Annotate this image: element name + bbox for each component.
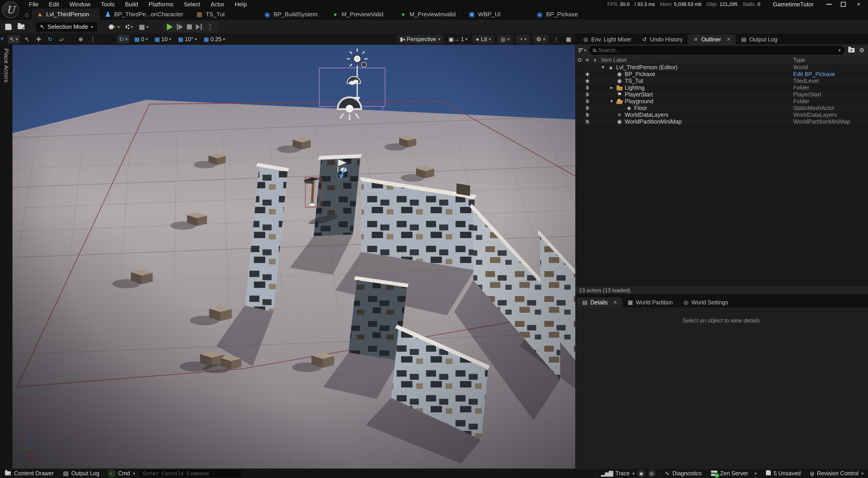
menu-item[interactable]: Build	[121, 0, 142, 9]
table-row[interactable]: Lvl_ThirdPerson (Editor) World	[576, 64, 868, 71]
unreal-logo-icon[interactable]: U	[2, 1, 19, 18]
table-row[interactable]: BP_Pickaxe Edit BP_Pickaxe	[576, 71, 868, 77]
type-column-header[interactable]: Type	[793, 57, 868, 63]
rotate-tool[interactable]: ↻	[46, 35, 54, 43]
home-icon[interactable]: ⌂	[22, 9, 32, 20]
trace-pause-icon[interactable]: ◉	[638, 470, 645, 477]
cmd-selector[interactable]: >_ Cmd▾	[104, 469, 140, 478]
details-tab[interactable]: World Settings ✕	[678, 297, 733, 307]
zen-server-button[interactable]: ✓ Zen Server▾	[706, 469, 761, 478]
menu-item[interactable]: Help	[231, 0, 250, 9]
asset-tab[interactable]: M_PreviewInvalid	[395, 9, 464, 20]
add-folder-button[interactable]	[847, 48, 856, 53]
menu-item[interactable]: Platforms	[145, 0, 177, 9]
blueprints-button[interactable]: ⑆▾	[124, 23, 135, 31]
search-options-chevron-icon[interactable]: ▾	[839, 47, 841, 53]
panel-tab[interactable]: Undo History ✕	[636, 34, 688, 44]
show-flags-button[interactable]: ◎▾	[497, 35, 513, 44]
menu-item[interactable]: Actor	[207, 0, 228, 9]
menu-item[interactable]: Select	[180, 0, 204, 9]
snap-rotate-toggle[interactable]: ↻▾	[117, 35, 129, 43]
close-button[interactable]: ×	[855, 1, 862, 8]
asset-tab[interactable]: BP_BuildSystem	[259, 9, 327, 20]
menu-item[interactable]: Window	[66, 0, 94, 9]
world-coordinate-toggle[interactable]: ⊕	[76, 35, 85, 43]
add-actor-button[interactable]: ⬣+▾	[107, 23, 121, 31]
close-tab-icon[interactable]: ✕	[613, 300, 617, 305]
stop-button[interactable]	[187, 25, 192, 29]
snap-control[interactable]: ▦ 10 ▾	[153, 35, 173, 43]
minimize-button[interactable]	[826, 4, 833, 5]
unsaved-button[interactable]: 5 Unsaved	[761, 469, 805, 478]
panel-tab[interactable]: Env. Light Mixer ✕	[578, 34, 636, 44]
panel-tab[interactable]: Output Log ✕	[736, 34, 782, 44]
expander-icon[interactable]	[609, 84, 614, 91]
expander-icon[interactable]	[600, 64, 606, 70]
place-actors-tab[interactable]: Place Actors	[0, 45, 12, 469]
play-options-kebab-icon[interactable]: ⋮	[206, 23, 215, 31]
play-button[interactable]	[167, 24, 173, 30]
cinematics-button[interactable]: ▦▾	[137, 23, 150, 31]
trace-snapshot-icon[interactable]: ◎	[648, 470, 655, 477]
move-tool[interactable]: ✛	[34, 35, 43, 43]
filter-button[interactable]: ▾	[579, 47, 586, 53]
table-row[interactable]: Floor StaticMeshActor	[576, 105, 868, 111]
asset-tab[interactable]: BP_Pickaxe	[532, 9, 599, 20]
skip-button[interactable]	[177, 24, 183, 30]
asset-tab[interactable]: TS_Tut	[191, 9, 259, 20]
editor-mode-selector[interactable]: ↖ Selection Mode ▾	[36, 22, 97, 32]
details-tab[interactable]: World Partition ✕	[622, 297, 678, 307]
snap-control[interactable]: ▦ 0 ▾	[132, 35, 150, 43]
menu-item[interactable]: Tools	[97, 0, 118, 9]
level-viewport[interactable]: Z Y X	[12, 45, 575, 469]
menu-item[interactable]: File	[25, 0, 42, 9]
console-command-input[interactable]	[140, 470, 242, 477]
output-log-button[interactable]: ▤ Output Log	[58, 469, 104, 478]
table-row[interactable]: WorldPartitionMiniMap WorldPartitionMini…	[576, 118, 868, 125]
menu-item[interactable]: Edit	[45, 0, 63, 9]
close-tab-icon[interactable]: ✕	[726, 36, 731, 42]
content-drawer-button[interactable]: Content Drawer	[0, 469, 58, 478]
table-row[interactable]: Playground Folder	[576, 98, 868, 105]
performance-viewer-button[interactable]: ◔▾	[516, 35, 530, 44]
trace-button[interactable]: ▂▅▇ Trace▾ ◉ ◎	[596, 469, 660, 478]
expander-icon[interactable]	[609, 98, 614, 104]
search-input[interactable]	[598, 47, 836, 54]
browse-content-button[interactable]	[16, 22, 26, 32]
table-row[interactable]: WorldDataLayers WorldDataLayers	[576, 111, 868, 118]
select-tool[interactable]: ↖	[23, 35, 31, 43]
asset-tab[interactable]: WBP_UI	[464, 9, 532, 20]
details-tab[interactable]: Details ✕	[577, 297, 622, 307]
pin-column-icon[interactable]	[594, 59, 596, 61]
advance-button[interactable]	[196, 24, 202, 30]
camera-speed-control[interactable]: ▣→1▾	[447, 35, 470, 43]
table-row[interactable]: PlayerStart PlayerStart	[576, 91, 868, 98]
panel-tab[interactable]: Outliner ✕	[688, 34, 736, 44]
item-label-column-header[interactable]: Item Label	[599, 57, 793, 63]
visibility-column-icon[interactable]	[578, 58, 582, 62]
quad-view-button[interactable]: ▦	[564, 35, 573, 43]
snap-control[interactable]: ▦ 0.25 ▾	[202, 35, 227, 43]
skylight-gizmo[interactable]	[338, 97, 361, 120]
view-mode-selector[interactable]: ●Lit▾	[472, 35, 494, 44]
viewport-kebab-icon[interactable]: ⋮	[552, 35, 561, 43]
perspective-selector[interactable]: Perspective▾	[397, 35, 443, 44]
table-row[interactable]: TS_Tut TiledLevel	[576, 77, 868, 84]
asset-tab[interactable]: BP_ThirdPe...onCharacter	[100, 9, 191, 20]
asset-tab[interactable]: M_PreviewValid	[327, 9, 395, 20]
transform-kebab-icon[interactable]: ⋮	[88, 35, 97, 43]
outliner-search-box[interactable]: ▾	[589, 46, 845, 55]
snap-control[interactable]: ▦ 10° ▾	[176, 35, 199, 43]
transform-selector[interactable]: ↖▾	[8, 35, 20, 43]
favorite-column-icon[interactable]: ∗	[585, 56, 590, 63]
scale-tool[interactable]: ▱	[58, 35, 65, 43]
asset-tab[interactable]: Lvl_ThirdPerson	[32, 9, 100, 20]
outliner-settings-gear-icon[interactable]: ⚙	[858, 47, 865, 54]
diagnostics-button[interactable]: ∿ Diagnostics	[660, 469, 706, 478]
table-row[interactable]: Lighting Folder	[576, 84, 868, 91]
viewport-mode-icon[interactable]	[1, 38, 4, 41]
viewport-settings-button[interactable]: ⚙▾	[533, 35, 548, 44]
revision-control-button[interactable]: ψ Revision Control▾	[805, 469, 868, 478]
maximize-button[interactable]	[841, 2, 847, 7]
save-button[interactable]	[3, 22, 13, 32]
